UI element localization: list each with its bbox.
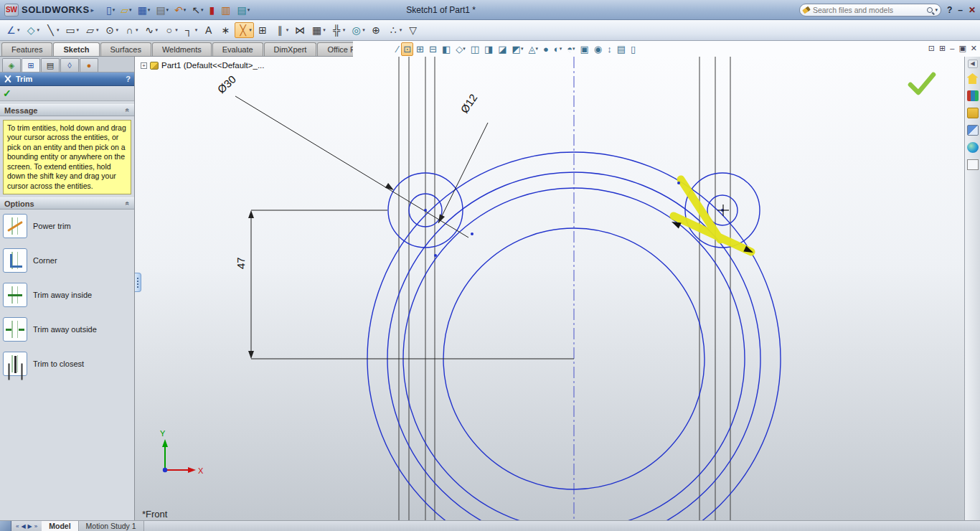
- confirm-check-icon[interactable]: [907, 71, 937, 97]
- sketch-icon[interactable]: ∠ ▾: [3, 22, 22, 38]
- document-mode-tab[interactable]: Motion Study 1: [79, 521, 144, 531]
- minimize-button[interactable]: –: [958, 5, 963, 15]
- display-style-icon[interactable]: ◩ ▾: [510, 42, 526, 56]
- help-button[interactable]: ?: [947, 5, 952, 15]
- command-tab[interactable]: DimXpert: [264, 42, 317, 56]
- shaded-icon[interactable]: ◨: [482, 42, 495, 56]
- view-settings-icon[interactable]: ▣: [578, 42, 591, 56]
- displaymanager-tab[interactable]: ●: [80, 58, 98, 72]
- sketch-box-icon[interactable]: ▥: [219, 4, 233, 17]
- wireframe-icon[interactable]: ◫: [468, 42, 481, 56]
- split-view-icon[interactable]: ⊡: [928, 42, 935, 54]
- circle-icon[interactable]: ⊙ ▾: [102, 22, 121, 38]
- clipboard-icon[interactable]: ▯: [628, 42, 638, 56]
- open-icon[interactable]: ▱ ▾: [118, 4, 133, 17]
- mirror-entities-icon[interactable]: ⋈: [291, 22, 308, 38]
- section-view-icon[interactable]: ◧: [440, 42, 453, 56]
- confirmation-corner[interactable]: [907, 71, 937, 98]
- document-mode-tab[interactable]: Model: [42, 521, 78, 531]
- search-icon[interactable]: [927, 7, 933, 13]
- pane-view-icon[interactable]: ⊞: [939, 42, 946, 54]
- featuremanager-tree-tab[interactable]: ◈: [2, 58, 21, 72]
- sketch-canvas[interactable]: Ø30 Ø12 47: [135, 57, 964, 520]
- copy-view-icon[interactable]: ▤: [615, 42, 628, 56]
- view-palette-icon[interactable]: [967, 125, 979, 136]
- new-document-icon[interactable]: ▯ ▾: [104, 4, 117, 17]
- status-light-icon[interactable]: ▮: [207, 4, 218, 17]
- ellipse-icon[interactable]: ○ ▾: [161, 22, 180, 38]
- select-wand-icon[interactable]: ∕: [395, 42, 400, 56]
- graphics-area[interactable]: Ø30 Ø12 47: [135, 57, 964, 520]
- spline-icon[interactable]: ∿ ▾: [141, 22, 161, 38]
- custom-properties-icon[interactable]: [967, 159, 979, 170]
- display-relations-icon[interactable]: ◎ ▾: [348, 22, 367, 38]
- command-tab[interactable]: Weldments: [152, 42, 212, 56]
- apply-scene-icon[interactable]: ◓ ▾: [565, 42, 577, 56]
- pan-icon[interactable]: ↕: [605, 42, 614, 56]
- panel-splitter[interactable]: [135, 273, 141, 292]
- trim-option-icon[interactable]: [3, 352, 27, 376]
- nav-arrow-button[interactable]: «: [16, 523, 19, 530]
- ok-button[interactable]: ✓: [3, 88, 11, 99]
- trim-option[interactable]: Trim away inside: [3, 283, 131, 307]
- trim-entities-icon[interactable]: ╳ ▾: [235, 22, 254, 38]
- part-tree-label[interactable]: Part1 (Default<<Default>_...: [161, 61, 265, 70]
- trim-option-icon[interactable]: [3, 317, 27, 342]
- message-section-header[interactable]: Message «: [0, 104, 134, 116]
- nav-arrow-button[interactable]: ▶: [28, 523, 32, 530]
- rapid-sketch-icon[interactable]: ▽: [405, 22, 421, 38]
- file-explorer-icon[interactable]: [967, 108, 979, 118]
- nav-arrow-button[interactable]: ◀: [21, 523, 25, 530]
- collapse-chevron-icon[interactable]: «: [124, 108, 132, 113]
- previous-view-icon[interactable]: ⊟: [427, 42, 439, 56]
- propertymanager-tab[interactable]: ⊞: [22, 58, 40, 72]
- doc-restore-button[interactable]: ▣: [958, 42, 966, 54]
- select-icon[interactable]: ↖ ▾: [189, 4, 205, 17]
- hide-show-items-icon[interactable]: ◬ ▾: [526, 42, 540, 56]
- offset-entities-icon[interactable]: ∥ ▾: [272, 22, 291, 38]
- smart-dimension-icon[interactable]: ◇ ▾: [23, 22, 42, 38]
- taskpane-collapse-button[interactable]: ◀: [968, 60, 978, 68]
- linear-pattern-icon[interactable]: ▦ ▾: [308, 22, 328, 38]
- point-icon[interactable]: ∗: [217, 22, 234, 38]
- trim-option[interactable]: Trim to closest: [3, 352, 131, 376]
- trim-option-icon[interactable]: [3, 283, 27, 307]
- trim-option[interactable]: Corner: [3, 248, 131, 273]
- command-tab[interactable]: Surfaces: [100, 42, 151, 56]
- doc-minimize-button[interactable]: –: [950, 42, 954, 54]
- command-tab[interactable]: Features: [1, 42, 52, 56]
- collapse-chevron-icon[interactable]: «: [124, 202, 132, 206]
- move-entities-icon[interactable]: ╬ ▾: [329, 22, 348, 38]
- undo-icon[interactable]: ↶ ▾: [172, 4, 188, 17]
- convert-entities-icon[interactable]: ⊞: [255, 22, 271, 38]
- trim-option[interactable]: Trim away outside: [3, 317, 131, 342]
- nav-arrow-button[interactable]: »: [34, 523, 37, 530]
- zoom-fit-icon[interactable]: ⊡: [401, 42, 413, 56]
- hidden-lines-icon[interactable]: ◪: [496, 42, 509, 56]
- print-icon[interactable]: ▤ ▾: [154, 4, 171, 17]
- command-tab[interactable]: Sketch: [53, 42, 99, 56]
- search-input[interactable]: [813, 6, 927, 14]
- trim-option-icon[interactable]: [3, 248, 27, 273]
- edit-appearance-icon[interactable]: ◐ ▾: [552, 42, 564, 56]
- rectangle-icon[interactable]: ▭ ▾: [62, 22, 82, 38]
- doc-close-button[interactable]: ✕: [971, 42, 977, 54]
- line-icon[interactable]: ╲ ▾: [42, 22, 62, 38]
- appearances-icon[interactable]: [967, 142, 979, 153]
- flyout-feature-tree[interactable]: + Part1 (Default<<Default>_...: [141, 61, 265, 70]
- arc-icon[interactable]: ∩ ▾: [121, 22, 141, 38]
- trim-option[interactable]: Power trim: [3, 214, 131, 238]
- view-orientation-icon[interactable]: ◇ ▾: [453, 42, 468, 56]
- command-tab[interactable]: Evaluate: [212, 42, 263, 56]
- save-icon[interactable]: ▦ ▾: [136, 4, 153, 17]
- fillet-icon[interactable]: ┐ ▾: [181, 22, 200, 38]
- quick-snaps-icon[interactable]: ∴ ▾: [385, 22, 405, 38]
- close-button[interactable]: ✕: [969, 5, 976, 15]
- slot-icon[interactable]: ▱ ▾: [82, 22, 101, 38]
- options-section-header[interactable]: Options «: [0, 197, 134, 210]
- repair-sketch-icon[interactable]: ⊕: [368, 22, 385, 38]
- dimxpertmanager-tab[interactable]: ◊: [60, 58, 79, 72]
- configurationmanager-tab[interactable]: ▤: [41, 58, 60, 72]
- pm-help-button[interactable]: ?: [126, 75, 131, 83]
- solidworks-resources-icon[interactable]: [967, 73, 979, 84]
